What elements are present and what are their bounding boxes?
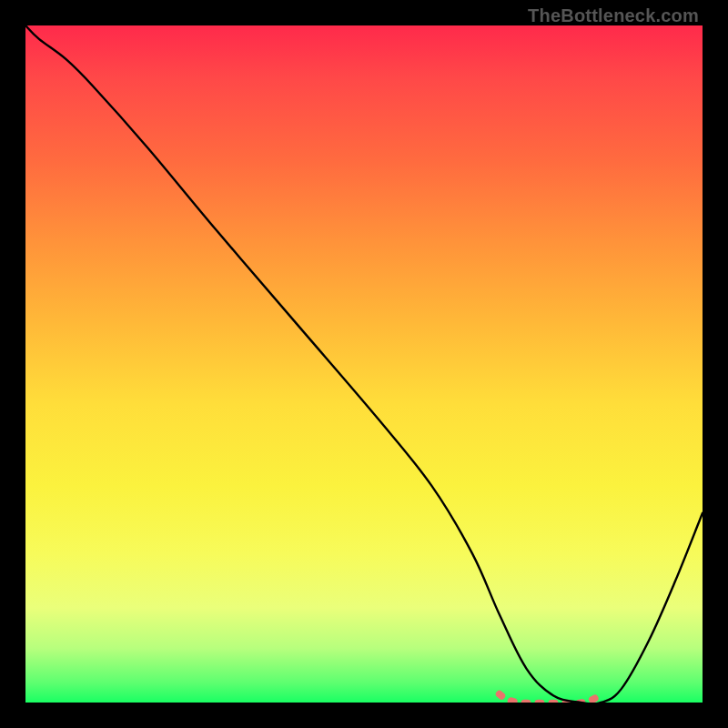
- chart-frame: TheBottleneck.com: [0, 0, 728, 728]
- plot-area: [25, 25, 703, 703]
- chart-svg: [25, 25, 703, 703]
- attribution-label: TheBottleneck.com: [528, 5, 699, 26]
- bottleneck-curve: [25, 25, 703, 703]
- flat-minimum-marker: [500, 694, 602, 703]
